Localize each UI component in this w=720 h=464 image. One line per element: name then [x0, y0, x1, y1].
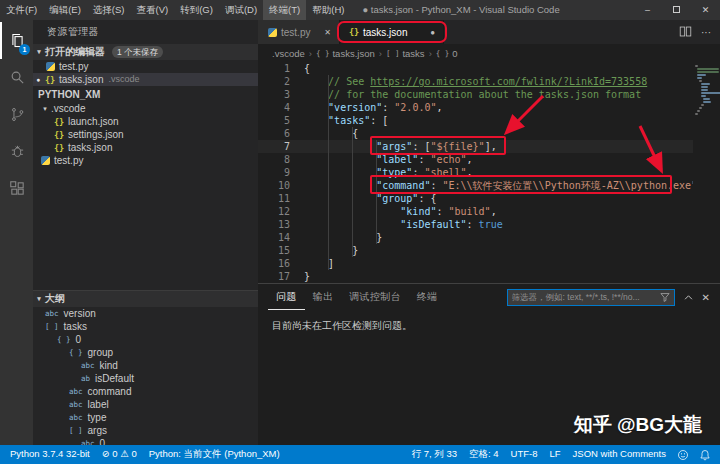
- line-content: "label": "echo",: [304, 153, 473, 166]
- status-problems[interactable]: ⊘ 0 ⚠ 0: [96, 448, 143, 461]
- symbol-name: group: [88, 346, 114, 359]
- explorer-icon[interactable]: 1: [0, 22, 33, 59]
- string-symbol-icon: abc: [45, 307, 59, 320]
- menu-edit[interactable]: 编辑(E): [43, 0, 87, 20]
- outline-item-group[interactable]: { }group: [33, 346, 258, 359]
- activity-bar: 1: [0, 20, 33, 445]
- minimize-button[interactable]: –: [633, 0, 662, 20]
- modified-dot: ●: [430, 28, 435, 37]
- workspace-header[interactable]: PYTHON_XM: [33, 86, 258, 102]
- workspace-name: PYTHON_XM: [38, 89, 100, 100]
- menu-file[interactable]: 文件(F): [0, 0, 43, 20]
- status-encoding[interactable]: UTF-8: [505, 448, 544, 461]
- menu-selection[interactable]: 选择(S): [87, 0, 131, 20]
- notifications-bell-icon[interactable]: [694, 449, 716, 461]
- debug-icon[interactable]: [0, 133, 33, 170]
- status-language-mode[interactable]: JSON with Comments: [567, 448, 672, 461]
- problems-filter: [507, 289, 675, 306]
- unsaved-badge: 1 个未保存: [112, 46, 163, 58]
- more-actions-icon[interactable]: ···: [701, 27, 711, 38]
- outline-item-args[interactable]: [ ]args: [33, 424, 258, 437]
- json-file-icon: {}: [348, 25, 360, 39]
- maximize-button[interactable]: [662, 0, 691, 20]
- outline-item-kind[interactable]: abckind: [33, 359, 258, 372]
- line-content: "args": ["${file}"],: [304, 140, 497, 153]
- outline-header[interactable]: ▾ 大纲: [33, 291, 258, 307]
- close-panel-icon[interactable]: ✕: [702, 292, 710, 303]
- outline-item-isDefault[interactable]: abisDefault: [33, 372, 258, 385]
- tree-item-.vscode[interactable]: ▾.vscode: [33, 102, 258, 115]
- panel-tab-终端[interactable]: 终端: [409, 284, 446, 310]
- tree-item-test.py[interactable]: test.py: [33, 154, 258, 167]
- open-editor-item[interactable]: test.py: [33, 60, 258, 73]
- outline-item-0[interactable]: abc0: [33, 437, 258, 445]
- code-editor[interactable]: 1{2 // See https://go.microsoft.com/fwli…: [258, 62, 720, 283]
- feedback-smiley-icon[interactable]: [672, 449, 694, 461]
- close-button[interactable]: ✕: [691, 0, 720, 20]
- breadcrumb-item[interactable]: [ ]tasks: [386, 48, 425, 59]
- chevron-down-icon: ▾: [33, 295, 45, 303]
- symbol-name: isDefault: [95, 372, 134, 385]
- symbol-name: version: [64, 307, 96, 320]
- tree-item-tasks.json[interactable]: {}tasks.json: [33, 141, 258, 154]
- panel-tab-调试控制台[interactable]: 调试控制台: [341, 284, 409, 310]
- minimap-line: [701, 89, 708, 91]
- json-file-icon: {}: [53, 115, 65, 128]
- editor-area: test.py✕{}tasks.json● ··· .vscode›{ }tas…: [258, 20, 720, 445]
- menu-debug[interactable]: 调试(D): [219, 0, 263, 20]
- minimap-line: [701, 86, 708, 88]
- status-cursor-position[interactable]: 行 7, 列 33: [406, 448, 463, 461]
- menu-view[interactable]: 查看(V): [130, 0, 174, 20]
- problems-message: 目前尚未在工作区检测到问题。: [258, 310, 720, 342]
- breadcrumb-item[interactable]: { }0: [436, 48, 458, 59]
- chevron-down-icon: ▾: [39, 102, 51, 115]
- workbench: 1 资源管理器 ▾ 打开的编辑器 1 个未保存 test.py●{}tasks.…: [0, 20, 720, 445]
- search-icon[interactable]: [0, 59, 33, 96]
- filter-icon[interactable]: [660, 292, 670, 302]
- outline-item-command[interactable]: abccommand: [33, 385, 258, 398]
- zhihu-watermark: 知乎 @BG大龍: [574, 412, 702, 438]
- line-number: 8: [258, 153, 304, 166]
- breadcrumb-separator: ›: [379, 48, 382, 59]
- tab-test.py[interactable]: test.py✕: [258, 20, 340, 44]
- indent-guide: [376, 140, 377, 244]
- split-editor-icon[interactable]: [679, 25, 692, 40]
- breadcrumb-item[interactable]: { }tasks.json: [316, 48, 375, 59]
- code-line-1[interactable]: 1{: [258, 62, 720, 75]
- source-control-icon[interactable]: [0, 96, 33, 133]
- code-line-17[interactable]: 17}: [258, 270, 720, 283]
- panel-tab-bar: 问题输出调试控制台终端: [268, 284, 445, 310]
- open-editor-item[interactable]: ●{}tasks.json.vscode: [33, 73, 258, 86]
- breadcrumb-label: tasks: [402, 48, 424, 59]
- line-number: 4: [258, 101, 304, 114]
- outline-item-label[interactable]: abclabel: [33, 398, 258, 411]
- menu-terminal[interactable]: 终端(T): [263, 0, 306, 20]
- line-number: 2: [258, 75, 304, 88]
- line-number: 14: [258, 231, 304, 244]
- tab-tasks.json[interactable]: {}tasks.json●: [340, 20, 444, 44]
- line-number: 13: [258, 218, 304, 231]
- open-editors-header[interactable]: ▾ 打开的编辑器 1 个未保存: [33, 44, 258, 60]
- tree-item-settings.json[interactable]: {}settings.json: [33, 128, 258, 141]
- status-indentation[interactable]: 空格: 4: [463, 448, 505, 461]
- tree-item-launch.json[interactable]: {}launch.json: [33, 115, 258, 128]
- outline-item-type[interactable]: abctype: [33, 411, 258, 424]
- outline-item-0[interactable]: { }0: [33, 333, 258, 346]
- status-python-scope[interactable]: Python: 当前文件 (Python_XM): [143, 448, 286, 461]
- extensions-icon[interactable]: [0, 170, 33, 207]
- minimap[interactable]: [693, 62, 720, 283]
- panel-tab-问题[interactable]: 问题: [268, 284, 305, 310]
- status-eol[interactable]: LF: [543, 448, 566, 461]
- menu-go[interactable]: 转到(G): [174, 0, 219, 20]
- line-content: ]: [304, 257, 334, 270]
- maximize-panel-icon[interactable]: [683, 292, 694, 303]
- panel-tab-输出[interactable]: 输出: [305, 284, 342, 310]
- close-icon[interactable]: ✕: [324, 28, 331, 37]
- outline-item-version[interactable]: abcversion: [33, 307, 258, 320]
- status-python-version[interactable]: Python 3.7.4 32-bit: [4, 448, 96, 461]
- outline-item-tasks[interactable]: [ ]tasks: [33, 320, 258, 333]
- problems-filter-input[interactable]: [512, 292, 660, 302]
- menu-help[interactable]: 帮助(H): [306, 0, 350, 20]
- minimap-line: [701, 95, 706, 97]
- breadcrumb-item[interactable]: .vscode: [272, 48, 305, 59]
